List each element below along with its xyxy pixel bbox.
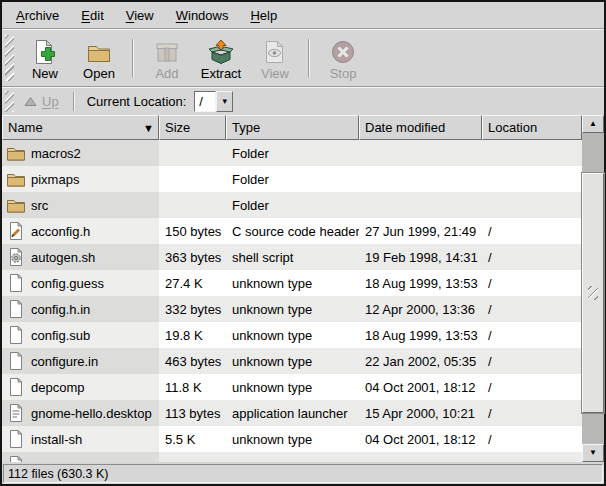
column-header-label: Location (488, 120, 537, 135)
cell-text: unknown type (232, 432, 312, 447)
file-size-cell: 27.4 K (159, 270, 226, 296)
column-header-location[interactable]: Location (482, 115, 582, 140)
menu-view[interactable]: View (118, 5, 166, 26)
new-archive-icon (32, 37, 58, 65)
file-name-cell: install-sh (2, 426, 159, 452)
file-row-configure.in[interactable]: configure.in463 bytesunknown type22 Jan … (2, 348, 582, 374)
file-type-cell (226, 452, 359, 462)
cell-text: / (488, 250, 492, 265)
toolbar-grip[interactable] (5, 35, 14, 81)
cell-text: 19.8 K (165, 328, 203, 343)
menu-windows[interactable]: Windows (168, 5, 241, 26)
location-bar-grip[interactable] (5, 91, 14, 112)
open-archive-icon (86, 37, 112, 65)
file-name-cell: gnome-hello.desktop (2, 400, 159, 426)
up-triangle-icon (24, 96, 37, 107)
file-name-cell: config.sub (2, 322, 159, 348)
file-row-partial[interactable] (2, 452, 582, 462)
file-row-macros2[interactable]: macros2Folder (2, 140, 582, 166)
cell-text: Folder (232, 146, 269, 161)
location-entry[interactable]: / (194, 91, 216, 112)
file-row-config.h.in[interactable]: config.h.in332 bytesunknown type12 Apr 2… (2, 296, 582, 322)
menu-archive[interactable]: Archive (8, 5, 71, 26)
extract-button[interactable]: Extract (194, 33, 248, 83)
file-type-cell: unknown type (226, 426, 359, 452)
cell-text: application launcher (232, 406, 348, 421)
file-row-pixmaps[interactable]: pixmapsFolder (2, 166, 582, 192)
file-type-cell: Folder (226, 140, 359, 166)
text-file-icon (6, 403, 26, 423)
file-type-cell: unknown type (226, 270, 359, 296)
cell-text: Folder (232, 172, 269, 187)
column-header-name[interactable]: Name▼ (2, 115, 159, 140)
up-button[interactable]: Up (18, 92, 67, 111)
extract-icon (208, 37, 234, 65)
location-dropdown-button[interactable]: ▾ (216, 91, 233, 112)
folder-icon (6, 143, 26, 163)
menu-edit[interactable]: Edit (73, 5, 115, 26)
column-header-row: Name▼SizeTypeDate modifiedLocation (2, 115, 582, 140)
file-size-cell: 5.5 K (159, 426, 226, 452)
file-size-cell (159, 192, 226, 218)
cell-text: 18 Aug 1999, 13:53 (365, 328, 478, 343)
file-row-install-sh[interactable]: install-sh5.5 Kunknown type04 Oct 2001, … (2, 426, 582, 452)
column-header-date-modified[interactable]: Date modified (359, 115, 482, 140)
cell-text: 113 bytes (165, 406, 220, 421)
cell-text: unknown type (232, 354, 312, 369)
column-header-label: Date modified (365, 120, 445, 135)
stop-button[interactable]: Stop (316, 33, 370, 83)
cell-text: configure.in (31, 354, 98, 369)
cell-text: 04 Oct 2001, 18:12 (365, 380, 476, 395)
file-type-cell: unknown type (226, 296, 359, 322)
plain-file-icon (6, 351, 26, 371)
file-size-cell (159, 166, 226, 192)
add-button[interactable]: Add (140, 33, 194, 83)
open-button[interactable]: Open (72, 33, 126, 83)
cell-text: Folder (232, 198, 269, 213)
location-combo: / ▾ (194, 91, 233, 112)
file-size-cell (159, 140, 226, 166)
cell-text: 04 Oct 2001, 18:12 (365, 432, 476, 447)
column-header-label: Type (232, 120, 260, 135)
toolbar-button-label: Open (83, 66, 115, 81)
toolbar-button-label: Add (155, 66, 178, 81)
file-name-cell: config.h.in (2, 296, 159, 322)
view-button[interactable]: View (248, 33, 302, 83)
plain-file-icon (6, 455, 26, 462)
file-row-src[interactable]: srcFolder (2, 192, 582, 218)
scrollbar-trough[interactable] (582, 133, 604, 444)
cell-text: / (488, 328, 492, 343)
file-type-cell: unknown type (226, 322, 359, 348)
file-row-depcomp[interactable]: depcomp11.8 Kunknown type04 Oct 2001, 18… (2, 374, 582, 400)
column-header-size[interactable]: Size (159, 115, 226, 140)
view-file-icon (262, 37, 288, 65)
toolbar-divider (132, 39, 134, 77)
file-date-cell (359, 192, 482, 218)
cell-text: 27 Jun 1999, 21:49 (365, 224, 476, 239)
cell-text: pixmaps (31, 172, 79, 187)
cell-text: unknown type (232, 380, 312, 395)
file-row-acconfig.h[interactable]: acconfig.h150 bytesC source code header2… (2, 218, 582, 244)
file-row-config.sub[interactable]: config.sub19.8 Kunknown type18 Aug 1999,… (2, 322, 582, 348)
file-date-cell: 15 Apr 2000, 10:21 (359, 400, 482, 426)
plain-file-icon (6, 299, 26, 319)
file-type-cell: application launcher (226, 400, 359, 426)
scrollbar-thumb[interactable] (582, 173, 604, 413)
file-size-cell: 113 bytes (159, 400, 226, 426)
cell-text: 19 Feb 1998, 14:31 (365, 250, 478, 265)
cell-text: config.h.in (31, 302, 90, 317)
file-row-autogen.sh[interactable]: autogen.sh363 bytesshell script19 Feb 19… (2, 244, 582, 270)
toolbar-button-label: Stop (330, 66, 357, 81)
file-row-gnome-hello.desktop[interactable]: gnome-hello.desktop113 bytesapplication … (2, 400, 582, 426)
cell-text: 150 bytes (165, 224, 221, 239)
new-button[interactable]: New (18, 33, 72, 83)
column-header-type[interactable]: Type (226, 115, 359, 140)
scroll-up-button[interactable]: ▲ (582, 115, 604, 133)
cell-text: / (488, 380, 492, 395)
file-row-config.guess[interactable]: config.guess27.4 Kunknown type18 Aug 199… (2, 270, 582, 296)
sort-indicator-icon[interactable]: ▼ (143, 121, 154, 133)
plain-file-icon (6, 273, 26, 293)
menu-help[interactable]: Help (242, 5, 289, 26)
scroll-down-button[interactable]: ▼ (582, 444, 604, 462)
column-header-label: Name (8, 120, 43, 135)
